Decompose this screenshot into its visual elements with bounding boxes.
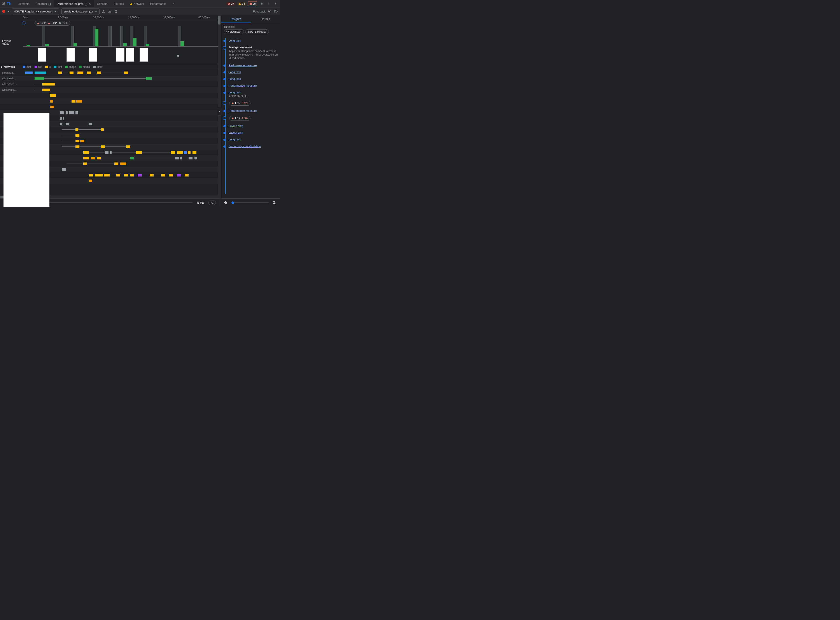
tab-elements[interactable]: Elements xyxy=(14,0,32,7)
request-segment[interactable] xyxy=(52,83,55,86)
request-segment[interactable] xyxy=(177,174,181,176)
insight-link[interactable]: Long task xyxy=(229,39,241,42)
request-segment[interactable] xyxy=(62,168,66,171)
request-segment[interactable] xyxy=(89,123,92,125)
request-segment[interactable] xyxy=(169,174,173,176)
layout-shift-bar[interactable] xyxy=(95,29,98,46)
network-row[interactable]: stealthop… xyxy=(0,70,221,76)
request-segment[interactable] xyxy=(114,163,118,165)
request-segment[interactable] xyxy=(124,174,128,176)
request-segment[interactable] xyxy=(150,174,154,176)
network-row[interactable]: cdn.speed… xyxy=(0,81,221,87)
request-segment[interactable] xyxy=(105,151,109,154)
request-segment[interactable] xyxy=(63,117,64,120)
record-menu-chevron-icon[interactable] xyxy=(8,11,10,12)
insight-item[interactable]: Long taskShow more (5) xyxy=(223,89,278,99)
request-segment[interactable] xyxy=(184,151,187,154)
insight-item[interactable]: Performance measure xyxy=(223,82,278,89)
record-button[interactable] xyxy=(2,10,5,13)
show-more-link[interactable]: Show more (5) xyxy=(229,94,247,97)
kebab-menu-icon[interactable]: ⋮ xyxy=(266,2,270,6)
request-segment[interactable] xyxy=(175,157,179,160)
request-segment[interactable] xyxy=(185,174,188,176)
request-segment[interactable] xyxy=(50,100,53,102)
insight-item[interactable]: Long task xyxy=(223,37,278,44)
network-row[interactable] xyxy=(0,98,221,104)
request-segment[interactable] xyxy=(35,72,47,74)
request-segment[interactable] xyxy=(171,151,175,154)
playback-slider[interactable] xyxy=(41,202,193,203)
request-segment[interactable] xyxy=(138,174,142,176)
legend-item-image[interactable]: image xyxy=(65,65,76,68)
request-segment[interactable] xyxy=(97,72,101,74)
request-segment[interactable] xyxy=(25,72,33,74)
insight-link[interactable]: Long task xyxy=(229,91,241,94)
request-segment[interactable] xyxy=(97,157,101,160)
request-segment[interactable] xyxy=(83,157,89,160)
request-segment[interactable] xyxy=(75,146,80,148)
timeline-marker-dot[interactable] xyxy=(177,55,179,57)
request-segment[interactable] xyxy=(69,111,75,114)
insight-item[interactable]: FCP3.12s xyxy=(223,99,278,107)
time-ruler[interactable]: 0ms8,000ms16,000ms24,000ms32,000ms40,000… xyxy=(23,15,218,20)
request-segment[interactable] xyxy=(104,174,110,176)
tab-console[interactable]: Console xyxy=(94,0,110,7)
import-icon[interactable] xyxy=(108,9,112,14)
insight-link[interactable]: Long task xyxy=(229,77,241,80)
tab-recorder[interactable]: Recorder xyxy=(32,0,54,7)
insight-link[interactable]: Long task xyxy=(229,138,241,141)
request-segment[interactable] xyxy=(80,140,84,142)
insight-item[interactable]: LCP4.36s xyxy=(223,114,278,122)
screenshot-thumbnail[interactable] xyxy=(140,48,148,62)
request-segment[interactable] xyxy=(58,72,62,74)
request-segment[interactable] xyxy=(188,151,191,154)
request-segment[interactable] xyxy=(50,94,56,97)
insight-item[interactable]: Performance measure xyxy=(223,62,278,69)
request-segment[interactable] xyxy=(116,174,120,176)
legend-item-media[interactable]: media xyxy=(79,65,90,68)
zoom-in-icon[interactable] xyxy=(272,201,276,205)
settings-gear-icon[interactable] xyxy=(268,9,272,14)
issue-count-badge[interactable]: 95 xyxy=(248,2,257,6)
request-segment[interactable] xyxy=(193,151,196,154)
request-segment[interactable] xyxy=(89,179,92,182)
insight-item[interactable]: Navigation eventhttps://stealthoptional.… xyxy=(223,44,278,62)
throttling-dropdown[interactable]: 4G/LTE Regular, 4× slowdown xyxy=(12,9,59,14)
request-segment[interactable] xyxy=(120,163,126,165)
legend-item-font[interactable]: font xyxy=(54,65,62,68)
throttle-pill[interactable]: 4G/LTE Regular xyxy=(245,29,269,34)
help-icon[interactable] xyxy=(274,9,278,14)
subtab-insights[interactable]: Insights xyxy=(221,15,251,23)
insight-item[interactable]: Performance measure xyxy=(223,107,278,114)
screenshot-thumbnail[interactable] xyxy=(126,48,134,62)
request-segment[interactable] xyxy=(60,123,62,125)
close-devtools-icon[interactable]: ✕ xyxy=(274,2,277,6)
insight-item[interactable]: Long task xyxy=(223,136,278,143)
sidebar-toggle-handle[interactable]: › xyxy=(218,107,221,116)
network-row[interactable] xyxy=(0,104,221,110)
warning-count-badge[interactable]: 34 xyxy=(237,2,247,6)
layout-shift-bar[interactable] xyxy=(181,41,184,46)
insight-item[interactable]: Forced style recalculation xyxy=(223,143,278,150)
insight-link[interactable]: Long task xyxy=(229,71,241,74)
request-segment[interactable] xyxy=(89,174,93,176)
request-segment[interactable] xyxy=(188,157,193,160)
close-icon[interactable]: × xyxy=(89,2,91,6)
request-segment[interactable] xyxy=(40,77,44,80)
request-segment[interactable] xyxy=(42,83,52,86)
request-segment[interactable] xyxy=(60,117,62,120)
request-segment[interactable] xyxy=(194,157,197,160)
zoom-out-icon[interactable] xyxy=(224,201,227,205)
request-segment[interactable] xyxy=(75,128,78,131)
request-segment[interactable] xyxy=(95,174,103,176)
more-tabs-chevron-icon[interactable]: » xyxy=(172,2,176,6)
request-segment[interactable] xyxy=(124,72,128,74)
layout-shift-bar[interactable] xyxy=(74,43,77,46)
request-segment[interactable] xyxy=(69,72,74,74)
layout-shift-bar[interactable] xyxy=(123,43,126,46)
tab-sources[interactable]: Sources xyxy=(110,0,127,7)
request-segment[interactable] xyxy=(161,174,165,176)
tab-network[interactable]: Network xyxy=(127,0,147,7)
layout-shift-bar[interactable] xyxy=(146,44,149,46)
layout-shifts-timeline[interactable] xyxy=(23,26,218,64)
